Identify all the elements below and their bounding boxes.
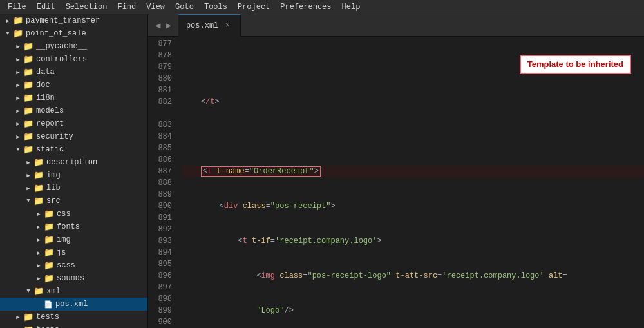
arrow-icon — [13, 325, 23, 328]
sidebar-item-label: css — [57, 209, 71, 218]
nav-arrows: ◀ ▶ — [148, 19, 178, 32]
sidebar-item-controllers[interactable]: 📁 controllers — [0, 53, 147, 66]
folder-icon: 📁 — [23, 312, 33, 322]
arrow-icon — [33, 260, 44, 271]
code-line-877: </t> — [182, 96, 644, 108]
sidebar-item-static[interactable]: 📁 static — [0, 143, 147, 156]
arrow-icon — [13, 41, 23, 52]
sidebar-item-label: __pycache__ — [36, 42, 87, 51]
sidebar-item-scss[interactable]: 📁 scss — [0, 259, 147, 272]
file-tree: 📁 payment_transfer 📁 point_of_sale 📁 __p… — [0, 14, 148, 328]
sidebar-item-lib[interactable]: 📁 lib — [0, 182, 147, 195]
code-line-880: <div class="pos-receipt"> — [182, 200, 644, 212]
sidebar-item-i18n[interactable]: 📁 i18n — [0, 92, 147, 104]
sidebar-item-payment-transfer[interactable]: 📁 payment_transfer — [0, 14, 147, 27]
folder-icon: 📁 — [33, 183, 44, 193]
nav-forward-icon[interactable]: ▶ — [164, 19, 173, 32]
sidebar-item-label: controllers — [36, 55, 87, 64]
line-numbers: 877 878 879 880 881 882 883 884 885 886 … — [148, 37, 177, 328]
menu-view[interactable]: View — [141, 0, 170, 14]
sidebar-item-src[interactable]: 📁 src — [0, 195, 147, 207]
arrow-icon — [13, 106, 23, 116]
file-icon: 📄 — [44, 300, 53, 309]
menu-file[interactable]: File — [3, 0, 32, 14]
arrow-icon — [23, 170, 33, 180]
menu-project[interactable]: Project — [232, 0, 275, 14]
arrow-spacer — [33, 299, 44, 309]
arrow-icon — [13, 312, 23, 322]
sidebar-item-img2[interactable]: 📁 img — [0, 233, 147, 246]
folder-icon: 📁 — [23, 80, 33, 90]
sidebar-item-tests2[interactable]: 📁 tests — [0, 323, 147, 328]
arrow-icon — [13, 131, 23, 142]
menu-goto[interactable]: Goto — [170, 0, 199, 14]
folder-icon: 📁 — [33, 286, 44, 296]
folder-icon: 📁 — [23, 106, 33, 116]
folder-icon: 📁 — [44, 273, 54, 284]
main-layout: 📁 payment_transfer 📁 point_of_sale 📁 __p… — [0, 14, 644, 328]
sidebar-item-doc[interactable]: 📁 doc — [0, 79, 147, 92]
sidebar-item-label: models — [36, 106, 64, 115]
sidebar-item-label: pos.xml — [55, 300, 88, 309]
arrow-icon — [33, 273, 44, 284]
arrow-icon — [23, 183, 33, 193]
sidebar-item-models[interactable]: 📁 models — [0, 104, 147, 117]
sidebar-item-label: scss — [57, 261, 75, 270]
sidebar-item-data[interactable]: 📁 data — [0, 66, 147, 79]
sidebar-item-label: i18n — [36, 93, 55, 102]
arrow-icon — [33, 235, 44, 245]
arrow-icon — [13, 67, 23, 77]
sidebar-item-report[interactable]: 📁 report — [0, 117, 147, 130]
tab-close-button[interactable]: × — [222, 21, 232, 31]
sidebar-item-point-of-sale[interactable]: 📁 point_of_sale — [0, 27, 147, 40]
sidebar-item-description[interactable]: 📁 description — [0, 156, 147, 169]
tab-pos-xml[interactable]: pos.xml × — [178, 14, 241, 37]
sidebar-item-label: description — [46, 158, 97, 167]
arrow-icon — [13, 119, 23, 129]
sidebar-item-sounds[interactable]: 📁 sounds — [0, 272, 147, 285]
arrow-icon — [23, 286, 33, 296]
folder-icon: 📁 — [13, 28, 23, 39]
sidebar-item-fonts[interactable]: 📁 fonts — [0, 220, 147, 233]
nav-back-icon[interactable]: ◀ — [153, 19, 162, 32]
folder-icon: 📁 — [33, 157, 44, 168]
menu-help[interactable]: Help — [337, 0, 366, 14]
folder-icon: 📁 — [23, 93, 33, 103]
sidebar-item-label: payment_transfer — [26, 16, 100, 25]
folder-icon: 📁 — [33, 196, 44, 206]
sidebar-item-label: data — [36, 68, 55, 77]
menu-tools[interactable]: Tools — [199, 0, 232, 14]
folder-icon: 📁 — [23, 131, 33, 142]
sidebar-item-label: xml — [46, 287, 61, 296]
sidebar-item-xml[interactable]: 📁 xml — [0, 285, 147, 298]
sidebar-item-pycache[interactable]: 📁 __pycache__ — [0, 40, 147, 53]
sidebar-item-js[interactable]: 📁 js — [0, 246, 147, 259]
folder-icon: 📁 — [23, 325, 33, 328]
sidebar-item-css[interactable]: 📁 css — [0, 207, 147, 220]
code-line-882b: "Logo"/> — [182, 305, 644, 316]
menu-preferences[interactable]: Preferences — [275, 0, 336, 14]
sidebar-item-label: security — [36, 132, 73, 141]
arrow-icon — [3, 15, 13, 26]
arrow-icon — [3, 28, 13, 39]
folder-icon: 📁 — [44, 235, 54, 245]
menu-edit[interactable]: Edit — [32, 0, 61, 14]
folder-icon: 📁 — [23, 119, 33, 129]
sidebar-item-pos-xml[interactable]: 📄 pos.xml — [0, 298, 147, 311]
sidebar-item-label: js — [57, 248, 66, 257]
arrow-icon — [33, 209, 44, 219]
code-content[interactable]: Template to be inherited </t> <t t-name=… — [177, 37, 644, 328]
folder-icon: 📁 — [23, 67, 33, 77]
sidebar-item-img1[interactable]: 📁 img — [0, 169, 147, 182]
arrow-icon — [13, 80, 23, 90]
menu-find[interactable]: Find — [112, 0, 141, 14]
arrow-icon — [13, 93, 23, 103]
menu-selection[interactable]: Selection — [61, 0, 113, 14]
sidebar-item-security[interactable]: 📁 security — [0, 130, 147, 143]
code-line-878 — [182, 131, 644, 142]
annotation-box: Template to be inherited — [520, 55, 631, 74]
sidebar-item-label: tests — [36, 325, 59, 328]
folder-icon: 📁 — [44, 222, 54, 232]
sidebar-item-tests1[interactable]: 📁 tests — [0, 311, 147, 323]
sidebar-item-label: img — [57, 235, 71, 244]
